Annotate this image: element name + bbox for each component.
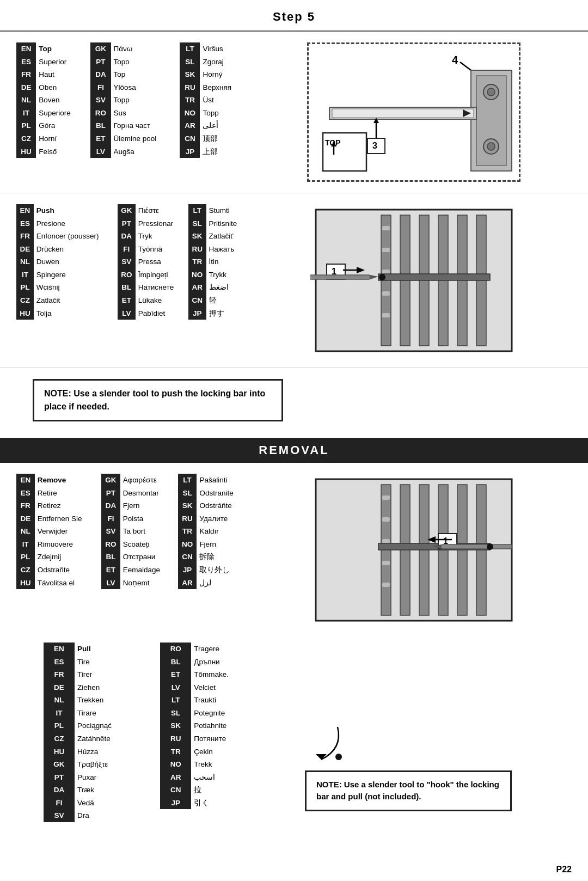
note1-box: NOTE: Use a slender tool to push the loc… bbox=[33, 379, 283, 421]
svg-rect-49 bbox=[382, 539, 390, 543]
svg-rect-51 bbox=[382, 583, 390, 587]
removal-header: REMOVAL bbox=[0, 438, 588, 463]
svg-point-39 bbox=[379, 274, 385, 280]
step-header: Step 5 bbox=[0, 0, 588, 32]
push-section: ENPushGKΠιέστεLTStumtiESPresionePTPressi… bbox=[0, 193, 588, 368]
top-translation-table: ENTopGKΠάνωLTViršusESSuperiorPTTopoSLZgo… bbox=[16, 42, 245, 158]
svg-point-61 bbox=[335, 754, 342, 760]
pull-translation-table: ENPullROTragereESTireBLДръпниFRTirerETTõ… bbox=[44, 643, 272, 822]
pull-arrow-svg bbox=[305, 721, 348, 765]
note2-box: NOTE: Use a slender tool to "hook" the l… bbox=[305, 770, 512, 811]
svg-rect-28 bbox=[382, 248, 390, 252]
svg-point-6 bbox=[487, 88, 495, 96]
svg-rect-55 bbox=[441, 544, 512, 549]
top-section: ENTopGKΠάνωLTViršusESSuperiorPTTopoSLZgo… bbox=[0, 32, 588, 193]
svg-text:3: 3 bbox=[372, 141, 377, 150]
remove-diagram-svg: 1 bbox=[310, 474, 517, 626]
note1-row: NOTE: Use a slender tool to push the loc… bbox=[0, 368, 588, 432]
top-diagram-area: 4 bbox=[256, 42, 572, 182]
svg-rect-35 bbox=[310, 275, 370, 279]
top-diagram-dashed-box: 4 bbox=[307, 42, 520, 182]
svg-rect-47 bbox=[382, 495, 390, 500]
svg-rect-10 bbox=[332, 109, 474, 118]
svg-point-8 bbox=[487, 143, 495, 150]
top-diagram-svg: 4 bbox=[313, 48, 514, 174]
svg-rect-27 bbox=[382, 226, 390, 230]
svg-rect-32 bbox=[378, 274, 490, 280]
svg-rect-30 bbox=[382, 291, 390, 296]
push-translation-table: ENPushGKΠιέστεLTStumtiESPresionePTPressi… bbox=[16, 204, 245, 320]
svg-rect-50 bbox=[382, 561, 390, 565]
svg-point-59 bbox=[487, 543, 493, 550]
push-diagram-area: 1 bbox=[256, 204, 572, 357]
remove-section: ENRemoveGKΑφαιρέστεLTPašalintiESRetirePT… bbox=[0, 463, 588, 637]
remove-diagram-area: 1 bbox=[256, 474, 572, 626]
svg-rect-48 bbox=[382, 517, 390, 522]
push-diagram-svg: 1 bbox=[310, 204, 517, 357]
note2-area: NOTE: Use a slender tool to "hook" the l… bbox=[289, 721, 528, 822]
page-number: P22 bbox=[556, 865, 572, 874]
svg-text:4: 4 bbox=[452, 54, 458, 66]
pull-section: ENPullROTragereESTireBLДръпниFRTirerETTõ… bbox=[0, 637, 588, 833]
remove-translation-table: ENRemoveGKΑφαιρέστεLTPašalintiESRetirePT… bbox=[16, 474, 245, 589]
svg-rect-31 bbox=[382, 313, 390, 317]
svg-rect-29 bbox=[382, 270, 390, 274]
